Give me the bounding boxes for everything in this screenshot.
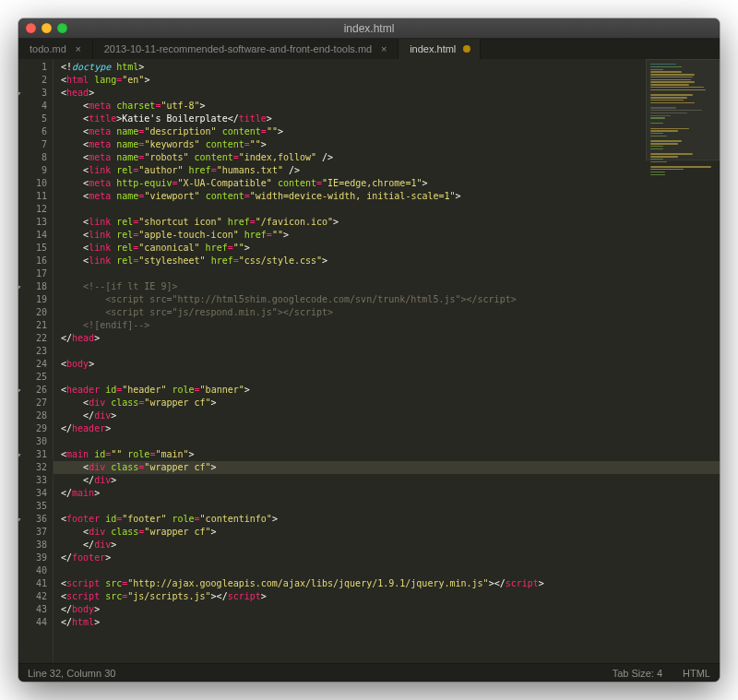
code-line[interactable]: <div class="wrapper cf"> xyxy=(61,397,720,409)
code-line[interactable]: <meta http-equiv="X-UA-Compatible" conte… xyxy=(61,177,720,190)
code-line[interactable]: </footer> xyxy=(61,552,720,564)
code-line[interactable]: </header> xyxy=(61,422,720,435)
code-line[interactable]: <link rel="apple-touch-icon" href=""> xyxy=(61,229,720,242)
code-line[interactable]: </div> xyxy=(61,409,720,422)
line-number[interactable]: 29 xyxy=(18,422,47,435)
tab[interactable]: index.html xyxy=(399,39,481,59)
line-number[interactable]: 7 xyxy=(18,138,47,151)
minimap[interactable] xyxy=(646,59,720,160)
code-line[interactable] xyxy=(61,267,720,280)
line-number[interactable]: 14 xyxy=(18,229,47,242)
code-line[interactable]: <!--[if lt IE 9]> xyxy=(61,280,720,293)
line-number[interactable]: 36 xyxy=(18,513,47,526)
code-line[interactable]: <![endif]--> xyxy=(61,319,720,332)
code-line[interactable]: <!doctype html> xyxy=(61,61,720,74)
status-tab-size[interactable]: Tab Size: 4 xyxy=(613,668,662,679)
code-line[interactable]: </head> xyxy=(61,332,720,345)
line-number[interactable]: 32 xyxy=(18,461,47,474)
code-line[interactable]: <meta name="description" content=""> xyxy=(61,125,720,138)
status-syntax[interactable]: HTML xyxy=(683,668,710,679)
editor-area[interactable]: 1234567891011121314151617181920212223242… xyxy=(18,59,720,663)
line-number[interactable]: 2 xyxy=(18,74,47,87)
line-number[interactable]: 27 xyxy=(18,397,47,409)
code-line[interactable]: <div class="wrapper cf"> xyxy=(61,526,720,539)
line-number[interactable]: 17 xyxy=(18,267,47,280)
line-number[interactable]: 25 xyxy=(18,371,47,384)
tab[interactable]: 2013-10-11-recommended-software-and-fron… xyxy=(93,39,399,59)
tab[interactable]: todo.md× xyxy=(18,39,93,59)
line-number[interactable]: 26 xyxy=(18,384,47,397)
line-number[interactable]: 4 xyxy=(18,100,47,113)
line-number[interactable]: 34 xyxy=(18,487,47,500)
code-line[interactable]: <body> xyxy=(61,358,720,371)
code-line[interactable]: <header id="header" role="banner"> xyxy=(61,384,720,397)
code-line[interactable]: <link rel="author" href="humans.txt" /> xyxy=(61,164,720,177)
code-line[interactable]: <head> xyxy=(61,87,720,100)
code-line[interactable]: <link rel="shortcut icon" href="/favicon… xyxy=(61,216,720,229)
code-line[interactable]: <meta charset="utf-8"> xyxy=(61,100,720,113)
code-line[interactable]: <script src="http://html5shim.googlecode… xyxy=(61,293,720,306)
line-number[interactable]: 23 xyxy=(18,345,47,358)
line-number[interactable]: 8 xyxy=(18,151,47,164)
code-content[interactable]: <!doctype html><html lang="en"><head> <m… xyxy=(54,59,720,663)
code-line[interactable]: </html> xyxy=(61,616,720,629)
line-number[interactable]: 40 xyxy=(18,564,47,577)
line-number[interactable]: 24 xyxy=(18,358,47,371)
code-line[interactable] xyxy=(61,203,720,216)
line-number[interactable]: 30 xyxy=(18,435,47,448)
line-number[interactable]: 18 xyxy=(18,280,47,293)
code-line[interactable] xyxy=(61,345,720,358)
line-number[interactable]: 42 xyxy=(18,590,47,603)
code-line[interactable]: <link rel="stylesheet" href="css/style.c… xyxy=(61,255,720,267)
code-line[interactable]: <script src="js/respond.min.js"></script… xyxy=(61,306,720,319)
code-line[interactable] xyxy=(61,371,720,384)
line-number[interactable]: 10 xyxy=(18,177,47,190)
line-number[interactable]: 28 xyxy=(18,409,47,422)
line-number[interactable]: 6 xyxy=(18,125,47,138)
line-number[interactable]: 31 xyxy=(18,448,47,461)
line-number[interactable]: 20 xyxy=(18,306,47,319)
code-line[interactable]: <meta name="robots" content="index,follo… xyxy=(61,151,720,164)
line-number[interactable]: 38 xyxy=(18,539,47,552)
code-line[interactable]: <script src="http://ajax.googleapis.com/… xyxy=(61,577,720,590)
code-line[interactable]: <html lang="en"> xyxy=(61,74,720,87)
code-line[interactable]: <main id="" role="main"> xyxy=(61,448,720,461)
code-line[interactable] xyxy=(61,564,720,577)
code-line[interactable] xyxy=(61,435,720,448)
line-number[interactable]: 11 xyxy=(18,190,47,203)
line-number[interactable]: 41 xyxy=(18,577,47,590)
code-line[interactable] xyxy=(61,500,720,513)
titlebar[interactable]: index.html xyxy=(18,18,720,39)
line-number[interactable]: 21 xyxy=(18,319,47,332)
line-number[interactable]: 3 xyxy=(18,87,47,100)
line-number[interactable]: 16 xyxy=(18,255,47,267)
line-number[interactable]: 44 xyxy=(18,616,47,629)
line-number[interactable]: 43 xyxy=(18,603,47,616)
line-number[interactable]: 39 xyxy=(18,552,47,564)
code-line[interactable]: <script src="js/scripts.js"></script> xyxy=(61,590,720,603)
code-line[interactable]: <link rel="canonical" href=""> xyxy=(61,242,720,255)
line-number[interactable]: 12 xyxy=(18,203,47,216)
line-number[interactable]: 33 xyxy=(18,474,47,487)
code-line[interactable]: </body> xyxy=(61,603,720,616)
code-line[interactable]: <title>Katie's Boilerplate</title> xyxy=(61,113,720,125)
line-number[interactable]: 19 xyxy=(18,293,47,306)
code-line[interactable]: <div class="wrapper cf"> xyxy=(54,461,720,474)
close-tab-icon[interactable]: × xyxy=(74,44,83,53)
line-number[interactable]: 1 xyxy=(18,61,47,74)
code-line[interactable]: </div> xyxy=(61,539,720,552)
code-line[interactable]: <meta name="keywords" content=""> xyxy=(61,138,720,151)
line-number[interactable]: 13 xyxy=(18,216,47,229)
line-gutter[interactable]: 1234567891011121314151617181920212223242… xyxy=(18,59,54,663)
code-line[interactable]: </main> xyxy=(61,487,720,500)
status-position[interactable]: Line 32, Column 30 xyxy=(28,668,115,679)
line-number[interactable]: 15 xyxy=(18,242,47,255)
line-number[interactable]: 5 xyxy=(18,113,47,125)
code-line[interactable]: <meta name="viewport" content="width=dev… xyxy=(61,190,720,203)
line-number[interactable]: 35 xyxy=(18,500,47,513)
line-number[interactable]: 37 xyxy=(18,526,47,539)
code-line[interactable]: <footer id="footer" role="contentinfo"> xyxy=(61,513,720,526)
line-number[interactable]: 9 xyxy=(18,164,47,177)
code-line[interactable]: </div> xyxy=(61,474,720,487)
close-tab-icon[interactable]: × xyxy=(379,44,388,53)
